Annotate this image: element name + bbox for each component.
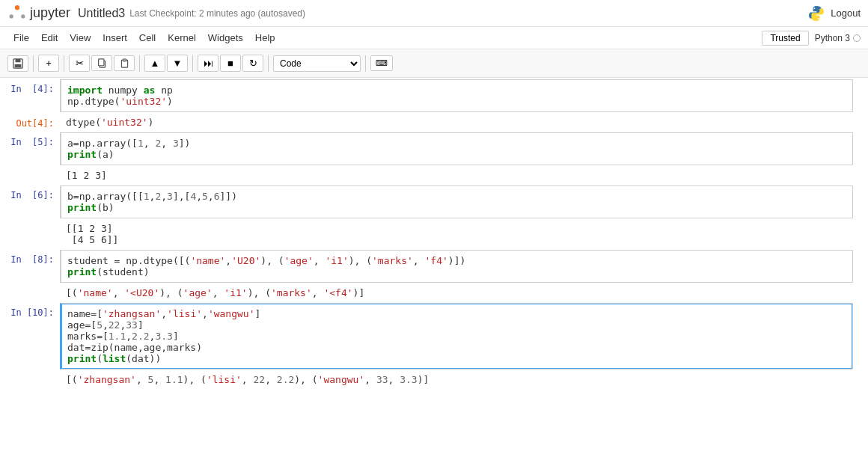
menubar: File Edit View Insert Cell Kernel Widget… — [0, 27, 868, 49]
cell-4-output: Out[4]: dtype('uint32') — [0, 114, 868, 131]
move-up-button[interactable]: ▲ — [144, 55, 165, 72]
save-icon — [13, 58, 23, 69]
restart-button[interactable]: ↻ — [242, 55, 263, 72]
cell-10-output-text: [('zhangsan', 5, 1.1), ('lisi', 22, 2.2)… — [60, 371, 853, 388]
jupyter-wordmark: jupyter — [30, 5, 70, 21]
cell-4-prompt: In [4]: — [0, 79, 60, 112]
cell-4-output-text: dtype('uint32') — [60, 114, 853, 131]
cell-8-output-prompt — [0, 284, 60, 301]
toolbar-sep-3 — [139, 55, 140, 72]
cell-5-prompt: In [5]: — [0, 132, 60, 165]
svg-rect-11 — [123, 59, 126, 61]
cell-10-input[interactable]: name=['zhangsan','lisi','wangwu'] age=[5… — [60, 303, 853, 369]
menu-insert[interactable]: Insert — [97, 31, 133, 45]
cell-6-output-text: [[1 2 3] [4 5 6]] — [60, 220, 853, 248]
cell-8-output-text: [('name', '<U20'), ('age', 'i1'), ('mark… — [60, 284, 853, 301]
menu-file[interactable]: File — [7, 31, 35, 45]
kernel-name: Python 3 — [815, 33, 850, 43]
cell-6-prompt: In [6]: — [0, 185, 60, 218]
keyboard-shortcuts-button[interactable]: ⌨ — [370, 55, 393, 71]
copy-icon — [97, 58, 107, 68]
toolbar: + ✂ ▲ ▼ ⏭ ■ ↻ Code Markdown Raw NBConver… — [0, 49, 868, 78]
cell-8-output: [('name', '<U20'), ('age', 'i1'), ('mark… — [0, 284, 868, 301]
add-cell-button[interactable]: + — [38, 55, 59, 72]
cut-button[interactable]: ✂ — [69, 55, 90, 72]
trusted-button[interactable]: Trusted — [762, 31, 808, 46]
cell-10: In [10]: name=['zhangsan','lisi','wangwu… — [0, 303, 868, 369]
interrupt-button[interactable]: ■ — [220, 55, 241, 72]
header-right: Logout — [808, 5, 861, 22]
menu-kernel[interactable]: Kernel — [162, 31, 202, 45]
cell-5: In [5]: a=np.array([1, 2, 3]) print(a) — [0, 132, 868, 165]
toolbar-sep-4 — [192, 55, 193, 72]
cell-6-output: [[1 2 3] [4 5 6]] — [0, 220, 868, 248]
cell-5-output-prompt — [0, 167, 60, 184]
cell-4-output-prompt: Out[4]: — [0, 114, 60, 131]
jupyter-logo: jupyter — [7, 4, 70, 23]
cell-5-input[interactable]: a=np.array([1, 2, 3]) print(a) — [60, 132, 853, 165]
python-logo-icon — [808, 5, 825, 22]
svg-rect-6 — [16, 58, 21, 61]
toolbar-sep-1 — [33, 55, 34, 72]
paste-icon — [120, 58, 129, 68]
copy-button[interactable] — [91, 55, 112, 71]
logout-button[interactable]: Logout — [831, 7, 861, 19]
cell-type-select[interactable]: Code Markdown Raw NBConvert Heading — [273, 55, 361, 72]
cell-4-input[interactable]: import numpy as np np.dtype('uint32') — [60, 79, 853, 112]
cell-6-output-prompt — [0, 220, 60, 248]
cell-8: In [8]: student = np.dtype([('name','U20… — [0, 250, 868, 283]
cell-5-output-text: [1 2 3] — [60, 167, 853, 184]
move-down-button[interactable]: ▼ — [167, 55, 188, 72]
menu-widgets[interactable]: Widgets — [202, 31, 249, 45]
cell-10-output-prompt — [0, 371, 60, 388]
svg-point-0 — [15, 5, 19, 10]
cell-5-output: [1 2 3] — [0, 167, 868, 184]
svg-rect-9 — [98, 59, 103, 66]
toolbar-sep-5 — [268, 55, 269, 72]
svg-rect-7 — [15, 64, 22, 67]
toolbar-sep-6 — [365, 55, 366, 72]
checkpoint-info: Last Checkpoint: 2 minutes ago (autosave… — [129, 8, 305, 19]
header: jupyter Untitled3 Last Checkpoint: 2 min… — [0, 0, 868, 27]
paste-button[interactable] — [114, 55, 135, 71]
svg-point-3 — [814, 7, 816, 9]
menu-cell[interactable]: Cell — [133, 31, 162, 45]
menu-help[interactable]: Help — [249, 31, 281, 45]
cell-6-input[interactable]: b=np.array([[1,2,3],[4,5,6]]) print(b) — [60, 185, 853, 218]
toolbar-sep-2 — [64, 55, 64, 72]
cell-8-prompt: In [8]: — [0, 250, 60, 283]
menu-view[interactable]: View — [64, 31, 97, 45]
run-above-button[interactable]: ⏭ — [198, 55, 218, 72]
save-button[interactable] — [7, 55, 28, 72]
jupyter-logo-icon — [7, 4, 27, 23]
kernel-info: Python 3 — [815, 33, 861, 43]
cell-4: In [4]: import numpy as np np.dtype('uin… — [0, 79, 868, 112]
notebook-title[interactable]: Untitled3 — [78, 7, 125, 20]
cell-6: In [6]: b=np.array([[1,2,3],[4,5,6]]) pr… — [0, 185, 868, 218]
svg-point-1 — [10, 14, 13, 18]
notebook-content: In [4]: import numpy as np np.dtype('uin… — [0, 78, 868, 454]
kernel-status-icon — [853, 34, 861, 42]
menu-edit[interactable]: Edit — [35, 31, 64, 45]
cell-8-input[interactable]: student = np.dtype([('name','U20'), ('ag… — [60, 250, 853, 283]
menubar-right: Trusted Python 3 — [762, 31, 861, 46]
svg-point-4 — [818, 17, 819, 19]
svg-point-2 — [21, 14, 25, 18]
cell-10-output: [('zhangsan', 5, 1.1), ('lisi', 22, 2.2)… — [0, 371, 868, 388]
cell-10-prompt: In [10]: — [0, 303, 60, 369]
